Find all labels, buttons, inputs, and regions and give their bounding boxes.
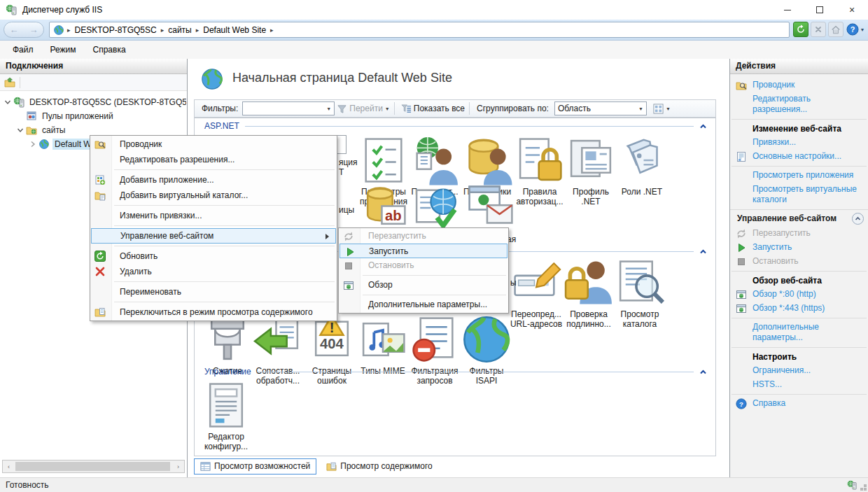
- action-link-label: Запустить: [752, 242, 792, 252]
- maximize-button[interactable]: [804, 0, 836, 20]
- breadcrumb-segment[interactable]: сайты: [165, 25, 195, 35]
- context-menu-item-label: Добавить приложение...: [120, 175, 214, 185]
- action-link-4[interactable]: Привязки...: [730, 136, 868, 150]
- menu-item-2[interactable]: Справка: [85, 41, 134, 59]
- submenu-item-label: Перезапустить: [368, 231, 426, 241]
- window-title: Диспетчер служб IIS: [22, 5, 102, 15]
- context-menu-item-8[interactable]: Управление веб-сайтом: [91, 228, 336, 244]
- submenu-item-4[interactable]: Обзор: [339, 278, 508, 293]
- breadcrumb-arrow-icon: ▸: [195, 27, 201, 34]
- context-menu-item-15[interactable]: Переключиться в режим просмотра содержим…: [90, 304, 337, 320]
- feature-item[interactable]: Просмотркаталога: [613, 256, 666, 329]
- action-link-7[interactable]: Просмотреть приложения: [730, 169, 868, 183]
- tab-content-view[interactable]: Просмотр содержимого: [321, 459, 438, 474]
- submenu-item-2[interactable]: Остановить: [339, 258, 508, 273]
- context-menu-item-1[interactable]: Редактировать разрешения...: [90, 152, 337, 167]
- breadcrumb-segment[interactable]: Default Web Site: [200, 25, 269, 35]
- action-link-11[interactable]: Запустить: [730, 241, 868, 255]
- siteGlobe-icon: [38, 139, 50, 150]
- close-button[interactable]: ×: [836, 0, 868, 20]
- context-menu-item-4[interactable]: Добавить виртуальный каталог...: [90, 188, 337, 203]
- filterMinus-icon: [408, 313, 461, 366]
- submenu-item-1[interactable]: Запустить: [340, 244, 507, 258]
- view-mode-button[interactable]: ▼: [651, 101, 673, 116]
- action-link-label: Дополнительные параметры...: [752, 322, 819, 342]
- chevUp-icon[interactable]: [699, 122, 707, 130]
- resize-grip[interactable]: [864, 488, 867, 491]
- chevUp-icon[interactable]: [699, 248, 707, 255]
- go-button[interactable]: Перейти: [349, 104, 383, 113]
- submenu-item-label: Обзор: [368, 280, 393, 290]
- action-link-5[interactable]: Основные настройки...: [730, 150, 868, 164]
- action-link-18[interactable]: Дополнительные параметры...: [730, 321, 868, 345]
- context-menu-item-11[interactable]: Удалить: [90, 264, 337, 279]
- action-link-label: Ограничения...: [752, 365, 811, 375]
- breadcrumb-arrow-icon: ▸: [66, 27, 72, 34]
- stop-button[interactable]: [811, 22, 826, 37]
- tab-features-view[interactable]: Просмотр возможностей: [194, 458, 316, 475]
- group-by-combobox[interactable]: Область▼: [554, 101, 647, 115]
- collapse-circle-icon[interactable]: [852, 213, 864, 225]
- pageLock-icon: [513, 134, 566, 187]
- forward-icon[interactable]: →: [29, 24, 38, 35]
- context-menu-separator: [90, 300, 337, 304]
- context-menu-item-0[interactable]: Проводник: [90, 136, 337, 152]
- feature-item[interactable]: Редакторконфигур...: [200, 379, 253, 451]
- home-button[interactable]: [828, 22, 844, 37]
- submenu-item-0[interactable]: Перезапустить: [339, 229, 508, 244]
- stop-x-icon: [814, 24, 822, 34]
- appPools-icon: [26, 111, 37, 122]
- breadcrumb-segment[interactable]: DESKTOP-8TGQ5SC: [72, 25, 160, 35]
- action-link-8[interactable]: Просмотреть виртуальные каталоги: [730, 183, 868, 207]
- feature-item[interactable]: Правилаавторизац...: [513, 134, 566, 206]
- horizontal-scrollbar[interactable]: ‹ ›: [2, 460, 185, 473]
- refresh-button[interactable]: [793, 22, 808, 37]
- explorer-icon: [94, 139, 106, 150]
- create-connection-icon[interactable]: [4, 77, 15, 88]
- context-menu-item-label: Редактировать разрешения...: [120, 155, 234, 164]
- tree-node-0[interactable]: DESKTOP-8TGQ5SC (DESKTOP-8TGQ5SC\v: [0, 95, 186, 109]
- scroll-right-icon[interactable]: ›: [174, 462, 183, 471]
- feature-item[interactable]: Профиль.NET: [564, 134, 617, 206]
- svg-text:ab: ab: [385, 208, 402, 223]
- help-button[interactable]: ? ▼: [845, 22, 866, 37]
- chevUp-icon[interactable]: [699, 368, 707, 376]
- feature-item[interactable]: Роли .NET: [615, 134, 668, 197]
- pageMagnifier-icon: [613, 256, 666, 309]
- action-link-0[interactable]: Проводник: [730, 78, 868, 92]
- context-menu-item-3[interactable]: Добавить приложение...: [90, 172, 337, 188]
- feature-label: .NET: [564, 197, 617, 206]
- svg-text:!: !: [330, 320, 335, 335]
- back-icon[interactable]: ←: [10, 24, 19, 35]
- menu-item-0[interactable]: Файл: [4, 41, 42, 59]
- action-link-15[interactable]: Обзор *:80 (http): [730, 288, 868, 302]
- minimize-button[interactable]: [771, 0, 804, 20]
- filter-combobox[interactable]: ▼: [242, 101, 335, 115]
- context-menu-item-label: Управление веб-сайтом: [120, 231, 214, 241]
- scrollbar-thumb[interactable]: [15, 462, 170, 471]
- feature-item[interactable]: Переопред...URL-адресов: [510, 256, 563, 329]
- context-menu-item-10[interactable]: Обновить: [90, 248, 337, 264]
- menu-item-1[interactable]: Режим: [42, 41, 85, 59]
- address-bar[interactable]: ▸DESKTOP-8TGQ5SC▸сайты▸Default Web Site▸: [49, 22, 790, 38]
- action-link-16[interactable]: Обзор *:443 (https): [730, 302, 868, 316]
- action-link-24[interactable]: ?Справка: [730, 397, 868, 411]
- feature-item[interactable]: Проверкаподлинно...: [562, 256, 615, 329]
- context-menu-item-13[interactable]: Переименовать: [90, 284, 337, 300]
- help-dropdown-icon: ▼: [860, 27, 865, 32]
- submenu-item-6[interactable]: Дополнительные параметры...: [339, 297, 508, 312]
- tree-node-1[interactable]: Пулы приложений: [0, 109, 186, 123]
- svg-text:404: 404: [320, 336, 344, 351]
- feature-label: Проверка: [562, 309, 615, 319]
- funnel-icon: [337, 104, 347, 114]
- show-all-button[interactable]: Показать все: [414, 104, 465, 113]
- section-rule: [245, 126, 694, 127]
- action-link-22[interactable]: HSTS...: [730, 378, 868, 392]
- status-text: Готовность: [6, 480, 49, 490]
- truncated-label: Т: [339, 167, 344, 177]
- action-link-21[interactable]: Ограничения...: [730, 364, 868, 378]
- scroll-left-icon[interactable]: ‹: [4, 462, 13, 471]
- context-menu-item-6[interactable]: Изменить привязки...: [90, 208, 337, 223]
- chevron-down-icon: ▼: [666, 106, 671, 111]
- action-link-1[interactable]: Редактировать разрешения...: [730, 92, 868, 117]
